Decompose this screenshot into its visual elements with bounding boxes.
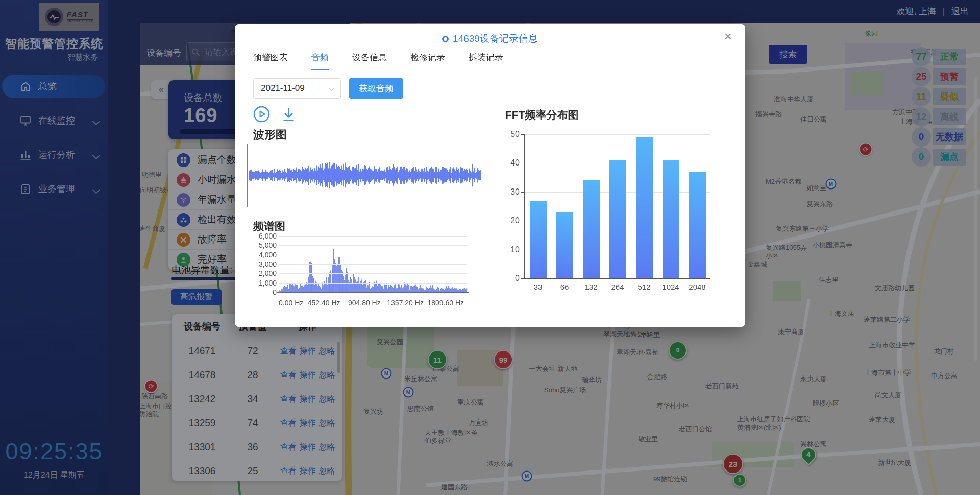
close-icon[interactable]: ×: [721, 29, 735, 43]
fft-y-tick-label: 20: [502, 216, 520, 225]
fft-axis-tick: [521, 278, 525, 279]
spectrum-y-tick-label: 5,000: [253, 241, 277, 249]
spectrum-gridline: [279, 245, 467, 246]
fft-x-tick-label: 264: [611, 282, 624, 291]
fft-axis-tick: [521, 250, 525, 250]
spectrum-x-tick-label: 452.40 Hz: [308, 299, 340, 307]
spectrum-gridline: [279, 255, 467, 255]
modal-title-text: 14639设备记录信息: [453, 32, 538, 45]
spectrum-x-tick-label: 1809.60 Hz: [427, 299, 464, 307]
tab-设备信息[interactable]: 设备信息: [352, 52, 387, 63]
play-icon[interactable]: [253, 106, 270, 123]
chevron-down-icon: [328, 85, 335, 91]
spectrum-y-tick-label: 0: [253, 288, 277, 296]
fft-bar: [663, 160, 679, 278]
tab-检修记录[interactable]: 检修记录: [410, 52, 445, 63]
tab-拆装记录[interactable]: 拆装记录: [469, 52, 503, 63]
fft-y-tick-label: 30: [502, 187, 520, 197]
spectrum-gridline: [279, 264, 467, 265]
spectrum-gridline: [279, 273, 467, 274]
fft-bar: [583, 180, 600, 278]
modal-tabs: 预警图表音频设备信息检修记录拆装记录: [253, 52, 727, 70]
spectrum-y-tick-label: 3,000: [253, 260, 277, 268]
waveform-chart: [246, 143, 482, 208]
fft-x-tick-label: 132: [584, 282, 597, 291]
fft-axis-tick: [521, 192, 525, 193]
spectrum-y-tick-label: 4,000: [253, 251, 277, 259]
fft-axis-tick: [521, 134, 525, 135]
fft-gridline: [525, 134, 710, 135]
spectrum-y-tick-label: 6,000: [253, 232, 277, 240]
spectrum-gridline: [279, 236, 467, 237]
spectrum-y-tick-label: 1,000: [253, 279, 277, 287]
tab-预警图表[interactable]: 预警图表: [253, 52, 288, 63]
spectrum-y-tick-label: 2,000: [253, 269, 277, 277]
download-icon[interactable]: [280, 106, 297, 123]
fft-bar: [689, 172, 706, 278]
spectrum-chart-title: 频谱图: [253, 219, 285, 233]
waveform-canvas: [246, 143, 482, 208]
fft-bar: [530, 201, 547, 278]
spectrum-x-axis: [277, 292, 469, 293]
waveform-chart-title: 波形图: [253, 127, 287, 143]
fft-bar: [636, 137, 653, 278]
fft-bar: [556, 212, 573, 278]
fft-x-tick-label: 512: [638, 282, 650, 291]
fft-y-tick-label: 0: [502, 274, 520, 283]
fft-x-tick-label: 2048: [689, 282, 705, 291]
fft-x-tick-label: 33: [534, 282, 543, 291]
spectrum-gridline: [279, 283, 467, 284]
fft-bar-chart: 01020304050336613226451210242048: [524, 134, 710, 278]
fft-bar: [609, 160, 626, 278]
spectrum-plot-area: [279, 236, 467, 292]
fft-y-tick-label: 10: [502, 245, 520, 254]
fft-y-tick-label: 50: [502, 130, 520, 139]
fft-x-tick-label: 66: [560, 282, 569, 291]
fetch-audio-button[interactable]: 获取音频: [349, 78, 403, 99]
modal-title: 14639设备记录信息: [235, 32, 745, 45]
spectrum-x-tick-label: 0.00 Hz: [279, 299, 303, 307]
fft-chart-title: FFT频率分布图: [505, 108, 578, 122]
record-ring-icon: [442, 36, 449, 42]
date-select[interactable]: 2021-11-09: [253, 78, 341, 99]
tab-音频[interactable]: 音频: [311, 52, 329, 63]
audio-controls: [253, 106, 297, 123]
fft-x-tick-label: 1024: [662, 282, 679, 291]
device-record-modal: 14639设备记录信息 × 预警图表音频设备信息检修记录拆装记录 2021-11…: [235, 24, 745, 327]
fft-axis-tick: [521, 163, 525, 163]
fft-axis-tick: [521, 221, 525, 221]
spectrum-x-tick-label: 904.80 Hz: [348, 299, 381, 307]
date-select-value: 2021-11-09: [261, 83, 305, 93]
spectrum-x-tick-label: 1357.20 Hz: [387, 299, 424, 307]
fft-y-tick-label: 40: [502, 158, 520, 168]
spectrum-chart: 6,0005,0004,0003,0002,0001,00000.00 Hz45…: [252, 233, 476, 314]
